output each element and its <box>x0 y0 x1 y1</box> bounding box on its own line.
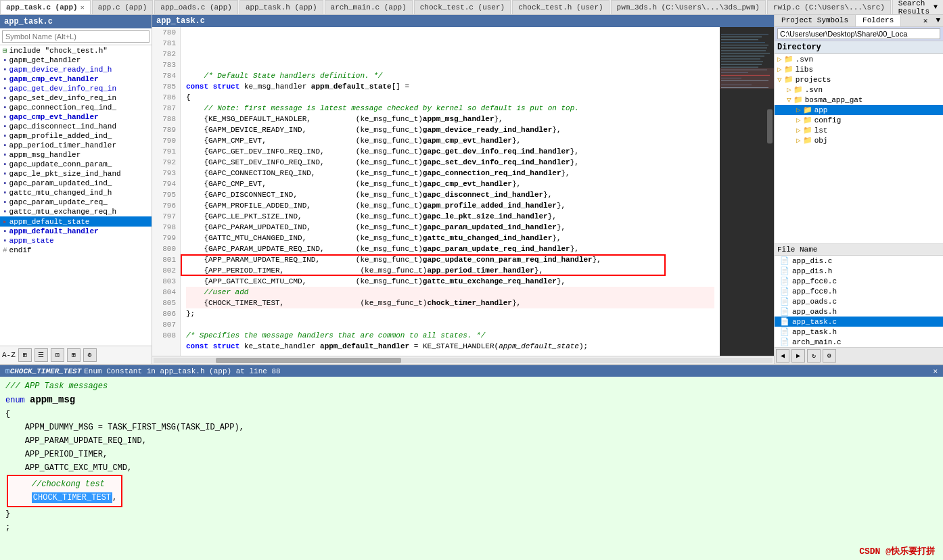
tree-item[interactable]: ▷ 📁config <box>775 115 943 125</box>
line-number: 785 <box>156 81 176 92</box>
symbol-item[interactable]: ▪ gapc_update_conn_param_ <box>0 160 152 169</box>
symbol-item[interactable]: ▪ gapc_connection_req_ind_ <box>0 103 152 112</box>
tab-app-oads[interactable]: app_oads.c (app) <box>154 0 238 15</box>
tab-folders[interactable]: Folders <box>856 15 901 26</box>
symbol-name: gapc_cmp_evt_handler <box>9 113 99 121</box>
tab-app-task-c[interactable]: app_task.c (app) ✕ <box>0 0 91 15</box>
tab-project-symbols[interactable]: Project Symbols <box>775 15 856 26</box>
path-input[interactable] <box>777 28 940 39</box>
symbol-item[interactable]: # endif <box>0 246 152 255</box>
tab-search-results[interactable]: Search Results ▼ <box>892 0 943 15</box>
file-item[interactable]: 📄arch_main.c <box>775 337 943 347</box>
scroll-track[interactable] <box>154 358 773 363</box>
az-sort-button[interactable]: A-Z <box>2 351 16 359</box>
code-line: {GAPC_PARAM_UPDATE_REQ_IND, (ke_msg_func… <box>186 243 714 254</box>
file-item[interactable]: 📄app_task.h <box>775 327 943 337</box>
svg-rect-2 <box>721 37 762 37</box>
file-name: app_dis.c <box>792 257 832 265</box>
tree-item[interactable]: ▷ 📁app <box>775 105 943 115</box>
bottom-code-line: APP_PERIOD_TIMER, <box>5 448 938 461</box>
svg-rect-3 <box>721 39 758 40</box>
file-item[interactable]: 📄app_oads.c <box>775 296 943 306</box>
right-panel-close-button[interactable]: ✕ <box>919 15 932 26</box>
symbol-type-icon: ▪ <box>3 170 7 178</box>
tab-chock-test-h[interactable]: chock_test.h (user) <box>512 0 609 15</box>
symbol-filter-4-button[interactable]: ⊞ <box>67 348 80 362</box>
tree-item[interactable]: ▷ 📁obj <box>775 135 943 145</box>
symbol-type-icon: ▪ <box>3 237 7 245</box>
symbol-item[interactable]: ▪ gattc_mtu_changed_ind_h <box>0 188 152 197</box>
file-item[interactable]: 📄app_dis.h <box>775 266 943 276</box>
tab-close-icon[interactable]: ✕ <box>80 3 85 11</box>
symbol-filter-2-button[interactable]: ☰ <box>34 348 48 362</box>
symbol-item[interactable]: ▪ gapc_get_dev_info_req_in <box>0 84 152 93</box>
svg-rect-8 <box>721 53 770 53</box>
bottom-close-button[interactable]: ✕ <box>933 367 938 375</box>
tree-item[interactable]: ▷ 📁libs <box>775 64 943 74</box>
dropdown-arrow-icon[interactable]: ▼ <box>934 3 938 11</box>
symbol-type-icon: ▪ <box>3 103 7 112</box>
symbol-item[interactable]: ⊞ include "chock_test.h" <box>0 45 152 55</box>
forward-button[interactable]: ▶ <box>791 349 805 363</box>
scroll-thumb[interactable] <box>216 358 402 363</box>
file-item[interactable]: 📄app_fcc0.c <box>775 276 943 286</box>
back-button[interactable]: ◀ <box>776 349 789 363</box>
code-editor[interactable]: 7807817827837847857867877887897907917927… <box>152 27 720 356</box>
tree-item[interactable]: ▷ 📁lst <box>775 125 943 135</box>
symbol-item[interactable]: ▪ app_period_timer_handler <box>0 141 152 150</box>
refresh-button[interactable]: ↻ <box>807 349 821 363</box>
tree-item[interactable]: ▽ 📁projects <box>775 74 943 85</box>
svg-rect-22 <box>767 110 773 144</box>
symbol-item[interactable]: ▪ gapc_set_dev_info_req_in <box>0 93 152 103</box>
symbol-item[interactable]: ▪ gapc_param_update_req_ <box>0 197 152 207</box>
file-item[interactable]: 📄app_oads.h <box>775 306 943 317</box>
symbol-item[interactable]: ▪ gapc_cmp_evt_handler <box>0 112 152 122</box>
symbol-name: appm_state <box>9 237 54 245</box>
tab-pwm-3ds[interactable]: pwm_3ds.h (C:\Users\...\3ds_pwm) <box>611 0 766 15</box>
symbol-filter-1-button[interactable]: ⊞ <box>18 348 32 362</box>
file-item[interactable]: 📄app_fcc0.h <box>775 286 943 296</box>
tab-arch-main[interactable]: arch_main.c (app) <box>325 0 413 15</box>
symbol-item[interactable]: ▪ gapc_disconnect_ind_hand <box>0 122 152 131</box>
horizontal-scrollbar[interactable] <box>152 356 774 364</box>
tree-item[interactable]: ▷ 📁.svn <box>775 54 943 64</box>
file-item[interactable]: 📄app_task.c <box>775 317 943 327</box>
file-name: app_task.c <box>792 318 837 326</box>
bottom-code-line: } <box>5 507 938 521</box>
watermark: CSDN @快乐要打拼 <box>859 545 935 557</box>
symbol-type-icon: ▸ <box>3 217 7 226</box>
file-item[interactable]: 📄app_dis.c <box>775 256 943 266</box>
symbol-item[interactable]: ▪ gapm_get_handler <box>0 55 152 65</box>
tab-app-c[interactable]: app.c (app) <box>92 0 154 15</box>
center-panel: app_task.c 78078178278378478578678778878… <box>152 15 774 364</box>
tab-app-task-h[interactable]: app_task.h (app) <box>239 0 323 15</box>
symbol-type-icon: ⊞ <box>3 46 7 55</box>
tree-item[interactable]: ▽ 📁bosma_app_gat <box>775 95 943 105</box>
symbol-item[interactable]: ▸ appm_default_state <box>0 216 152 227</box>
tree-item-name: .svn <box>805 86 823 94</box>
code-line: {APP_GATTC_EXC_MTU_CMD, (ke_msg_func_t)g… <box>186 276 714 287</box>
symbol-item[interactable]: ▪ gapc_le_pkt_size_ind_hand <box>0 169 152 179</box>
code-text[interactable]: /* Default State handlers definition. */… <box>181 27 720 356</box>
symbol-item[interactable]: ▪ appm_default_handler <box>0 227 152 236</box>
symbol-item[interactable]: ▪ gapm_cmp_evt_handler <box>0 74 152 84</box>
right-panel-dropdown-icon[interactable]: ▼ <box>933 15 943 26</box>
symbol-item[interactable]: ▪ gapm_device_ready_ind_h <box>0 65 152 74</box>
symbol-item[interactable]: ▪ appm_msg_handler <box>0 150 152 160</box>
minimap <box>720 27 774 356</box>
symbol-settings-button[interactable]: ⚙ <box>83 348 97 362</box>
symbol-item[interactable]: ▪ gattc_mtu_exchange_req_h <box>0 207 152 216</box>
line-number: 789 <box>156 124 176 135</box>
symbol-item[interactable]: ▪ gapm_profile_added_ind_ <box>0 131 152 141</box>
symbol-search-input[interactable] <box>2 30 150 43</box>
tab-rwip[interactable]: rwip.c (C:\Users\...\src) <box>767 0 891 15</box>
tree-item[interactable]: ▷ 📁.svn <box>775 85 943 95</box>
line-number: 791 <box>156 146 176 157</box>
file-name: app_fcc0.h <box>792 287 837 296</box>
symbol-item[interactable]: ▪ gapc_param_updated_ind_ <box>0 179 152 188</box>
symbol-filter-3-button[interactable]: ⊡ <box>51 348 64 362</box>
right-settings-button[interactable]: ⚙ <box>823 349 836 363</box>
symbol-item[interactable]: ▪ appm_state <box>0 236 152 246</box>
tab-chock-test-c[interactable]: chock_test.c (user) <box>414 0 511 15</box>
line-number: 794 <box>156 179 176 189</box>
